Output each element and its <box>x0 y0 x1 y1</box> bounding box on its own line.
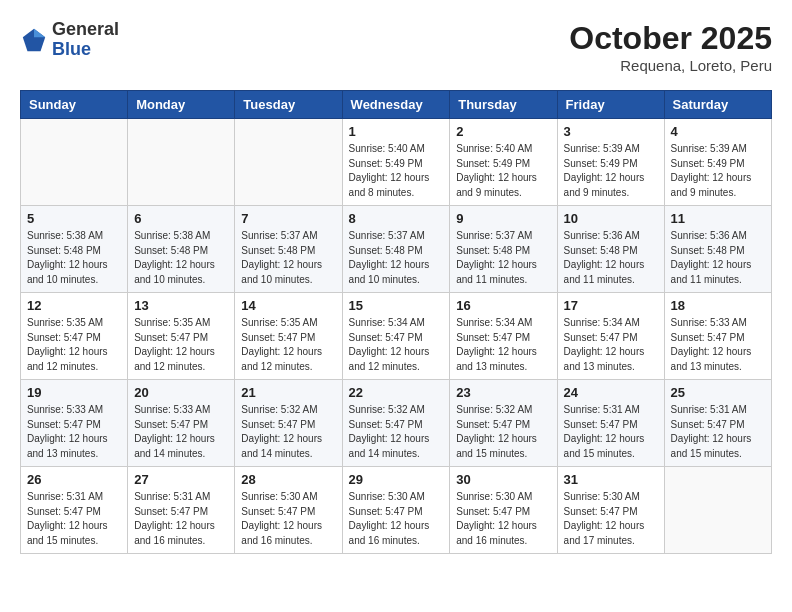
weekday-header-sunday: Sunday <box>21 91 128 119</box>
day-number: 22 <box>349 385 444 400</box>
calendar-cell: 27Sunrise: 5:31 AM Sunset: 5:47 PM Dayli… <box>128 467 235 554</box>
day-info: Sunrise: 5:38 AM Sunset: 5:48 PM Dayligh… <box>134 229 228 287</box>
day-number: 31 <box>564 472 658 487</box>
day-number: 12 <box>27 298 121 313</box>
calendar-cell: 5Sunrise: 5:38 AM Sunset: 5:48 PM Daylig… <box>21 206 128 293</box>
calendar-cell: 12Sunrise: 5:35 AM Sunset: 5:47 PM Dayli… <box>21 293 128 380</box>
calendar-cell: 22Sunrise: 5:32 AM Sunset: 5:47 PM Dayli… <box>342 380 450 467</box>
day-number: 21 <box>241 385 335 400</box>
weekday-header-saturday: Saturday <box>664 91 771 119</box>
day-number: 28 <box>241 472 335 487</box>
day-number: 10 <box>564 211 658 226</box>
day-info: Sunrise: 5:32 AM Sunset: 5:47 PM Dayligh… <box>349 403 444 461</box>
day-info: Sunrise: 5:31 AM Sunset: 5:47 PM Dayligh… <box>134 490 228 548</box>
weekday-header-wednesday: Wednesday <box>342 91 450 119</box>
calendar-cell: 6Sunrise: 5:38 AM Sunset: 5:48 PM Daylig… <box>128 206 235 293</box>
day-number: 20 <box>134 385 228 400</box>
logo-icon <box>20 26 48 54</box>
calendar-week-3: 12Sunrise: 5:35 AM Sunset: 5:47 PM Dayli… <box>21 293 772 380</box>
calendar-cell: 30Sunrise: 5:30 AM Sunset: 5:47 PM Dayli… <box>450 467 557 554</box>
day-number: 2 <box>456 124 550 139</box>
day-info: Sunrise: 5:30 AM Sunset: 5:47 PM Dayligh… <box>241 490 335 548</box>
day-info: Sunrise: 5:34 AM Sunset: 5:47 PM Dayligh… <box>349 316 444 374</box>
logo-general-text: General <box>52 19 119 39</box>
day-number: 27 <box>134 472 228 487</box>
day-number: 29 <box>349 472 444 487</box>
day-info: Sunrise: 5:32 AM Sunset: 5:47 PM Dayligh… <box>456 403 550 461</box>
calendar-body: 1Sunrise: 5:40 AM Sunset: 5:49 PM Daylig… <box>21 119 772 554</box>
calendar-cell: 7Sunrise: 5:37 AM Sunset: 5:48 PM Daylig… <box>235 206 342 293</box>
day-info: Sunrise: 5:31 AM Sunset: 5:47 PM Dayligh… <box>564 403 658 461</box>
day-number: 17 <box>564 298 658 313</box>
weekday-header-monday: Monday <box>128 91 235 119</box>
calendar-cell <box>128 119 235 206</box>
day-number: 30 <box>456 472 550 487</box>
day-info: Sunrise: 5:35 AM Sunset: 5:47 PM Dayligh… <box>134 316 228 374</box>
calendar-cell: 3Sunrise: 5:39 AM Sunset: 5:49 PM Daylig… <box>557 119 664 206</box>
calendar-cell: 31Sunrise: 5:30 AM Sunset: 5:47 PM Dayli… <box>557 467 664 554</box>
calendar-cell: 8Sunrise: 5:37 AM Sunset: 5:48 PM Daylig… <box>342 206 450 293</box>
day-number: 9 <box>456 211 550 226</box>
day-info: Sunrise: 5:36 AM Sunset: 5:48 PM Dayligh… <box>671 229 765 287</box>
page-header: General Blue October 2025 Requena, Loret… <box>20 20 772 74</box>
day-info: Sunrise: 5:37 AM Sunset: 5:48 PM Dayligh… <box>349 229 444 287</box>
day-number: 14 <box>241 298 335 313</box>
day-info: Sunrise: 5:39 AM Sunset: 5:49 PM Dayligh… <box>564 142 658 200</box>
calendar-cell: 10Sunrise: 5:36 AM Sunset: 5:48 PM Dayli… <box>557 206 664 293</box>
calendar-cell: 15Sunrise: 5:34 AM Sunset: 5:47 PM Dayli… <box>342 293 450 380</box>
day-info: Sunrise: 5:37 AM Sunset: 5:48 PM Dayligh… <box>241 229 335 287</box>
calendar-cell: 2Sunrise: 5:40 AM Sunset: 5:49 PM Daylig… <box>450 119 557 206</box>
calendar-cell: 14Sunrise: 5:35 AM Sunset: 5:47 PM Dayli… <box>235 293 342 380</box>
day-info: Sunrise: 5:33 AM Sunset: 5:47 PM Dayligh… <box>134 403 228 461</box>
day-info: Sunrise: 5:40 AM Sunset: 5:49 PM Dayligh… <box>456 142 550 200</box>
calendar-cell: 4Sunrise: 5:39 AM Sunset: 5:49 PM Daylig… <box>664 119 771 206</box>
day-info: Sunrise: 5:30 AM Sunset: 5:47 PM Dayligh… <box>349 490 444 548</box>
day-info: Sunrise: 5:37 AM Sunset: 5:48 PM Dayligh… <box>456 229 550 287</box>
day-info: Sunrise: 5:38 AM Sunset: 5:48 PM Dayligh… <box>27 229 121 287</box>
svg-marker-1 <box>34 29 45 37</box>
day-number: 8 <box>349 211 444 226</box>
calendar-cell: 16Sunrise: 5:34 AM Sunset: 5:47 PM Dayli… <box>450 293 557 380</box>
calendar-table: SundayMondayTuesdayWednesdayThursdayFrid… <box>20 90 772 554</box>
calendar-week-2: 5Sunrise: 5:38 AM Sunset: 5:48 PM Daylig… <box>21 206 772 293</box>
logo: General Blue <box>20 20 119 60</box>
day-number: 26 <box>27 472 121 487</box>
month-title: October 2025 <box>569 20 772 57</box>
calendar-cell: 29Sunrise: 5:30 AM Sunset: 5:47 PM Dayli… <box>342 467 450 554</box>
calendar-cell: 26Sunrise: 5:31 AM Sunset: 5:47 PM Dayli… <box>21 467 128 554</box>
calendar-cell: 11Sunrise: 5:36 AM Sunset: 5:48 PM Dayli… <box>664 206 771 293</box>
day-number: 25 <box>671 385 765 400</box>
day-number: 1 <box>349 124 444 139</box>
calendar-cell: 18Sunrise: 5:33 AM Sunset: 5:47 PM Dayli… <box>664 293 771 380</box>
weekday-header-thursday: Thursday <box>450 91 557 119</box>
day-info: Sunrise: 5:34 AM Sunset: 5:47 PM Dayligh… <box>456 316 550 374</box>
calendar-week-4: 19Sunrise: 5:33 AM Sunset: 5:47 PM Dayli… <box>21 380 772 467</box>
calendar-cell: 21Sunrise: 5:32 AM Sunset: 5:47 PM Dayli… <box>235 380 342 467</box>
calendar-cell: 13Sunrise: 5:35 AM Sunset: 5:47 PM Dayli… <box>128 293 235 380</box>
calendar-week-1: 1Sunrise: 5:40 AM Sunset: 5:49 PM Daylig… <box>21 119 772 206</box>
day-number: 15 <box>349 298 444 313</box>
calendar-cell: 19Sunrise: 5:33 AM Sunset: 5:47 PM Dayli… <box>21 380 128 467</box>
day-number: 23 <box>456 385 550 400</box>
title-block: October 2025 Requena, Loreto, Peru <box>569 20 772 74</box>
location: Requena, Loreto, Peru <box>569 57 772 74</box>
day-number: 13 <box>134 298 228 313</box>
day-info: Sunrise: 5:39 AM Sunset: 5:49 PM Dayligh… <box>671 142 765 200</box>
day-info: Sunrise: 5:35 AM Sunset: 5:47 PM Dayligh… <box>241 316 335 374</box>
calendar-cell: 28Sunrise: 5:30 AM Sunset: 5:47 PM Dayli… <box>235 467 342 554</box>
day-number: 6 <box>134 211 228 226</box>
weekday-header-tuesday: Tuesday <box>235 91 342 119</box>
day-number: 7 <box>241 211 335 226</box>
weekday-header-row: SundayMondayTuesdayWednesdayThursdayFrid… <box>21 91 772 119</box>
calendar-week-5: 26Sunrise: 5:31 AM Sunset: 5:47 PM Dayli… <box>21 467 772 554</box>
day-number: 24 <box>564 385 658 400</box>
calendar-cell: 25Sunrise: 5:31 AM Sunset: 5:47 PM Dayli… <box>664 380 771 467</box>
calendar-cell <box>235 119 342 206</box>
day-number: 4 <box>671 124 765 139</box>
day-info: Sunrise: 5:30 AM Sunset: 5:47 PM Dayligh… <box>564 490 658 548</box>
day-info: Sunrise: 5:33 AM Sunset: 5:47 PM Dayligh… <box>27 403 121 461</box>
day-number: 5 <box>27 211 121 226</box>
day-info: Sunrise: 5:40 AM Sunset: 5:49 PM Dayligh… <box>349 142 444 200</box>
calendar-cell: 1Sunrise: 5:40 AM Sunset: 5:49 PM Daylig… <box>342 119 450 206</box>
day-info: Sunrise: 5:31 AM Sunset: 5:47 PM Dayligh… <box>671 403 765 461</box>
